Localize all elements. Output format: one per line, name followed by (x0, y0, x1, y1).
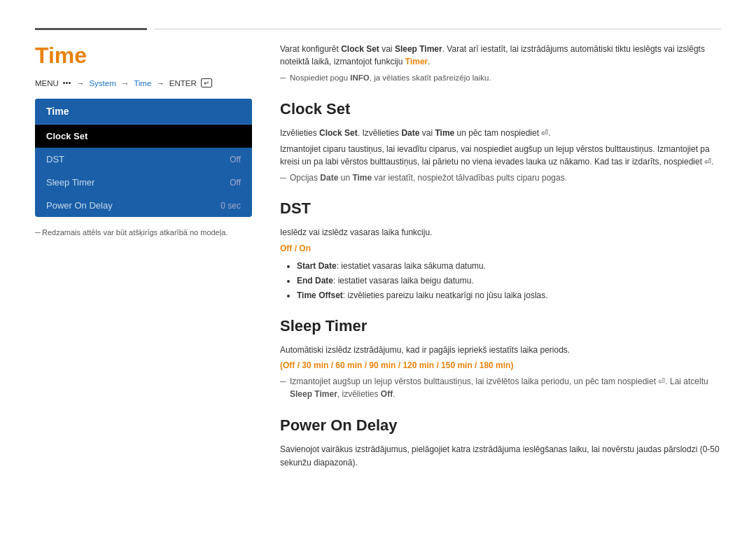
menu-item-sleep-timer-value: Off (230, 178, 241, 188)
section-sleep-timer: Sleep Timer Automātiski izslēdz izstrādā… (280, 314, 721, 401)
cs-note-time: Time (352, 173, 372, 183)
cs-bold-time: Time (435, 128, 454, 138)
section-title-sleep-timer: Sleep Timer (280, 314, 721, 338)
menu-item-dst[interactable]: DST Off (35, 148, 252, 171)
dst-bullet-start: Start Date: iestatiet vasaras laika sāku… (297, 260, 721, 272)
menu-item-clock-set-label: Clock Set (46, 131, 88, 141)
dst-bullet-list: Start Date: iestatiet vasaras laika sāku… (280, 260, 721, 302)
sleep-timer-options: (Off / 30 min / 60 min / 90 min / 120 mi… (280, 359, 721, 372)
intro-bold-clock: Clock Set (341, 44, 379, 54)
menu-item-power-on-delay-label: Power On Delay (46, 200, 113, 211)
sleep-timer-note: Izmantojiet augšup un lejup vērstos bult… (280, 375, 721, 401)
content-area: Time MENU → System → Time → ENTER ↵ Time (35, 43, 721, 513)
info-bold: INFO (350, 73, 369, 82)
arrow-1: → (76, 79, 85, 87)
intro-bold-sleep: Sleep Timer (395, 44, 442, 54)
right-panel: Varat konfigurēt Clock Set vai Sleep Tim… (280, 43, 721, 513)
dst-offset-bold: Time Offset (297, 290, 343, 300)
intro-text: Varat konfigurēt Clock Set vai Sleep Tim… (280, 43, 721, 68)
dst-end-bold: End Date (297, 276, 333, 286)
dst-bullet-end: End Date: iestatiet vasaras laika beigu … (297, 274, 721, 287)
section-power-on-delay: Power On Delay Savienojot vairākus izstr… (280, 414, 721, 469)
dst-para-1: Ieslēdz vai izslēdz vasaras laika funkci… (280, 226, 721, 239)
top-divider (35, 28, 721, 30)
arrow-2: → (121, 79, 130, 87)
line-right (154, 29, 721, 29)
page-title: Time (35, 43, 252, 69)
menu-label: MENU (35, 79, 59, 87)
menu-item-sleep-timer[interactable]: Sleep Timer Off (35, 171, 252, 194)
enter-icon: ↵ (201, 78, 212, 87)
menu-item-power-on-delay-value: 0 sec (220, 201, 241, 211)
menu-item-power-on-delay[interactable]: Power On Delay 0 sec (35, 194, 252, 217)
power-on-delay-para-1: Savienojot vairākus izstrādājumus, pielā… (280, 443, 721, 469)
clock-set-para-2: Izmantojiet ciparu taustiņus, lai ievadī… (280, 143, 721, 169)
breadcrumb-time: Time (134, 79, 151, 87)
menu-item-dst-label: DST (46, 154, 64, 164)
clock-set-note: Opcijas Date un Time var iestatīt, nospi… (280, 171, 721, 185)
section-dst: DST Ieslēdz vai izslēdz vasaras laika fu… (280, 197, 721, 301)
cs-note-date: Date (320, 173, 338, 183)
st-note-bold-2: Off (381, 389, 393, 399)
breadcrumb-system: System (89, 79, 115, 87)
section-title-dst: DST (280, 197, 721, 220)
menu-box: Time Clock Set DST Off Sleep Timer Off (35, 99, 252, 217)
sleep-timer-para-1: Automātiski izslēdz izstrādājumu, kad ir… (280, 344, 721, 357)
menu-item-dst-value: Off (230, 155, 241, 164)
arrow-3: → (156, 79, 164, 87)
cs-bold-1: Clock Set (319, 128, 358, 138)
clock-set-para-1: Izvēlieties Clock Set. Izvēlieties Date … (280, 127, 721, 140)
page-container: Time MENU → System → Time → ENTER ↵ Time (0, 0, 756, 534)
left-panel: Time MENU → System → Time → ENTER ↵ Time (35, 43, 252, 513)
dst-start-bold: Start Date (297, 261, 337, 271)
dst-options: Off / On (280, 242, 721, 255)
menu-item-sleep-timer-label: Sleep Timer (46, 177, 94, 188)
intro-orange-timer: Timer (405, 57, 428, 66)
section-title-clock-set: Clock Set (280, 97, 721, 121)
intro-note: Nospiediet pogu INFO, ja vēlaties skatīt… (280, 72, 721, 85)
st-note-bold-1: Sleep Timer (290, 389, 337, 399)
menu-box-title: Time (35, 99, 252, 125)
enter-label: ENTER (169, 79, 197, 87)
section-title-power-on-delay: Power On Delay (280, 414, 721, 437)
dst-bullet-offset: Time Offset: izvēlieties pareizu laiku n… (297, 289, 721, 302)
cs-bold-date: Date (401, 128, 419, 138)
menu-item-clock-set[interactable]: Clock Set (35, 125, 252, 148)
menu-icon (63, 82, 71, 84)
line-left (35, 28, 147, 30)
left-note: Redzamais attēls var būt atšķirīgs atkar… (35, 228, 252, 237)
breadcrumb: MENU → System → Time → ENTER ↵ (35, 78, 252, 87)
section-clock-set: Clock Set Izvēlieties Clock Set. Izvēlie… (280, 97, 721, 184)
